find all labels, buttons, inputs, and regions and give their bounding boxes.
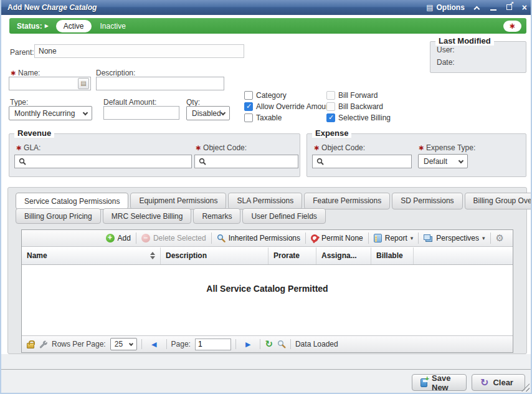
checkbox-bill-forward: Bill Forward (326, 91, 378, 100)
gla-search-input[interactable] (14, 155, 192, 168)
caret-down-icon: ▾ (482, 235, 485, 241)
grid-empty-message: All Service Catalog Permitted (22, 284, 513, 294)
column-header-filler (414, 247, 513, 264)
parent-field[interactable] (34, 44, 244, 58)
footer-separator (260, 339, 260, 349)
collapse-icon[interactable] (476, 3, 480, 12)
tab-mrc-selective-billing[interactable]: MRC Selective Billing (103, 208, 192, 224)
perspectives-menu-button[interactable]: Perspectives ▾ (419, 234, 490, 243)
grid-footer: Rows Per Page: 25 ◀ Page: ▶ ↻ Data Loade… (22, 335, 513, 352)
previous-page-icon[interactable]: ◀ (146, 340, 161, 348)
required-fields-badge[interactable]: ∗ (503, 21, 521, 32)
checkbox-category[interactable]: Category (244, 91, 287, 100)
delete-selected-button: – Delete Selected (136, 234, 211, 243)
required-icon: ∗ (195, 143, 201, 152)
tab-remarks[interactable]: Remarks (193, 208, 240, 224)
gla-label: ∗GLA: (16, 143, 40, 152)
perspectives-icon (424, 234, 430, 240)
save-new-button[interactable]: Save New (412, 374, 467, 391)
tab-billing-group-pricing[interactable]: Billing Group Pricing (16, 208, 101, 224)
permit-none-button[interactable]: Permit None (306, 234, 368, 243)
required-icon: ∗ (418, 143, 424, 152)
service-catalog-grid: + Add – Delete Selected Inherited Permis… (21, 229, 513, 353)
tab-sd-permissions[interactable]: SD Permissions (392, 193, 462, 209)
minimize-icon[interactable] (490, 3, 496, 12)
name-label: ∗Name: (10, 69, 40, 77)
revenue-object-code-search-input[interactable] (194, 155, 298, 168)
tab-user-defined-fields[interactable]: User Defined Fields (242, 208, 325, 224)
lock-icon[interactable] (27, 343, 34, 348)
revenue-legend: Revenue (14, 128, 54, 138)
column-header-assignable[interactable]: Assigna... (316, 247, 371, 264)
clear-button[interactable]: ↻ Clear (472, 374, 525, 391)
refresh-icon[interactable]: ↻ (265, 339, 273, 350)
close-icon[interactable]: × (522, 4, 527, 11)
checkbox-selective-billing[interactable]: Selective Billing (326, 113, 391, 122)
default-amount-input[interactable] (103, 106, 179, 120)
search-icon (19, 158, 26, 165)
checkbox-allow-override-amount[interactable]: Allow Override Amount (244, 102, 332, 111)
column-header-description[interactable]: Description (161, 247, 268, 264)
checkbox-checked-icon[interactable] (244, 102, 253, 111)
chevron-down-icon (129, 342, 133, 346)
text-options-icon[interactable]: ▤ (78, 78, 89, 89)
status-bar: Status: ▶ Active Inactive ∗ (9, 18, 526, 34)
required-icon: ∗ (10, 69, 16, 77)
expense-type-label: ∗Expense Type: (418, 143, 475, 152)
window-title: Add New Charge Catalog (7, 3, 97, 12)
column-header-prorate[interactable]: Prorate (268, 247, 316, 264)
footer-separator (290, 339, 291, 349)
sort-icon[interactable] (150, 252, 155, 259)
tab-equipment-permissions[interactable]: Equipment Permissions (130, 193, 226, 209)
chevron-down-icon (458, 158, 463, 163)
tab-service-catalog-permissions[interactable]: Service Catalog Permissions (16, 193, 128, 209)
inherited-permissions-button[interactable]: Inherited Permissions (212, 234, 305, 243)
options-menu[interactable]: ▤ Options (426, 3, 465, 12)
rows-per-page-label: Rows Per Page: (52, 340, 106, 348)
last-modified-date-label: Date: (437, 58, 455, 67)
expense-object-code-search-input[interactable] (312, 155, 412, 168)
column-header-name[interactable]: Name (22, 247, 161, 264)
grid-toolbar: + Add – Delete Selected Inherited Permis… (22, 230, 513, 247)
checkbox-checked-icon[interactable] (326, 113, 335, 122)
tab-sla-permissions[interactable]: SLA Permissions (228, 193, 302, 209)
tab-billing-group-overrides[interactable]: Billing Group Overrides (465, 193, 532, 209)
popout-icon[interactable] (506, 3, 512, 12)
tab-feature-permissions[interactable]: Feature Permissions (304, 193, 390, 209)
checkbox-box (326, 102, 335, 111)
status-active-button[interactable]: Active (56, 20, 92, 32)
footer-separator (235, 339, 236, 349)
expense-type-select[interactable]: Default (418, 154, 468, 168)
page-input[interactable] (195, 339, 231, 350)
last-modified-panel: Last Modified User: Date: (430, 41, 526, 73)
search-grid-icon[interactable] (277, 340, 286, 348)
last-modified-legend: Last Modified (435, 36, 494, 46)
description-input[interactable] (96, 77, 224, 90)
status-arrow-icon: ▶ (45, 23, 49, 29)
chevron-down-icon (221, 110, 226, 115)
checkbox-box[interactable] (244, 91, 253, 100)
grid-header-row: Name Description Prorate Assigna... Bill… (22, 247, 513, 265)
required-icon: ∗ (313, 143, 320, 152)
next-page-icon[interactable]: ▶ (240, 340, 255, 348)
rows-per-page-select[interactable]: 25 (110, 338, 137, 350)
grid-body: All Service Catalog Permitted (22, 265, 513, 337)
default-amount-label: Default Amount: (103, 98, 156, 107)
expense-panel: Expense ∗Object Code: ∗Expense Type: Def… (306, 133, 526, 177)
column-header-billable[interactable]: Billable (371, 247, 414, 264)
status-label: Status: (17, 22, 42, 31)
footer-separator (141, 339, 142, 349)
grid-settings-button[interactable]: ⚙ (491, 234, 509, 243)
last-modified-user-label: User: (437, 46, 455, 54)
add-button[interactable]: + Add (101, 234, 136, 243)
report-menu-button[interactable]: Report ▾ (369, 234, 419, 243)
checkbox-box[interactable] (244, 113, 253, 122)
expense-legend: Expense (312, 128, 351, 138)
checkbox-taxable[interactable]: Taxable (244, 113, 282, 122)
type-select[interactable]: Monthly Recurring (9, 106, 92, 120)
wrench-icon[interactable] (39, 340, 47, 348)
qty-select[interactable]: Disabled (186, 106, 230, 120)
status-inactive-button[interactable]: Inactive (100, 22, 126, 31)
search-icon (199, 158, 206, 165)
footer-divider (1, 369, 531, 370)
